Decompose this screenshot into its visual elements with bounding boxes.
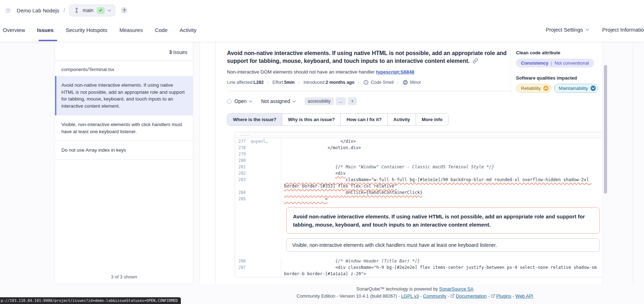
code-text: <div className="h-9 bg-[#2e2e2e] flex it… [281, 264, 603, 277]
meta-separator [267, 82, 268, 83]
permalink-icon[interactable] [473, 58, 478, 66]
scm-author [246, 164, 281, 170]
status-dropdown[interactable]: Open [227, 98, 252, 104]
issue-highlighted-code: onClick={handleContainerClick} [284, 190, 422, 195]
code-comment: {/* Window Header (Title Bar) */} [284, 259, 420, 264]
footer-line2: Community Edition - Version 10.4.1 (buil… [199, 293, 631, 299]
sonarsource-link[interactable]: SonarSource SA [439, 286, 473, 292]
scm-author [246, 258, 281, 264]
quality-pill-maintainability[interactable]: Maintainability [554, 84, 598, 93]
detail-tab-why-is-this-an-issue[interactable]: Why is this an issue? [282, 114, 340, 125]
severity-low-down-icon [590, 85, 596, 91]
issue-list-item[interactable]: Avoid non-native interactive elements. I… [55, 76, 193, 115]
chevron-down-icon [108, 8, 111, 11]
code-line: 283 className="w-full h-full bg-[#1e1e1e… [235, 177, 603, 189]
line-number[interactable]: 284 [235, 189, 246, 196]
branch-name: main [83, 7, 93, 13]
inline-secondary-message: Visible, non-interactive elements with c… [286, 238, 600, 252]
footer-link-web-api[interactable]: Web API [515, 293, 533, 299]
issue-list-item[interactable]: Visible, non-interactive elements with c… [55, 115, 193, 141]
line-affected-value: L282 [254, 80, 264, 85]
code-line: 287 <div className="h-9 bg-[#2e2e2e] fle… [235, 264, 603, 277]
scm-author [246, 157, 281, 164]
issues-shown-label: 3 of 3 shown [55, 274, 193, 279]
line-number[interactable]: 285 [235, 196, 246, 202]
meta-separator [358, 82, 359, 83]
open-status-icon [227, 99, 232, 104]
issue-highlighted-code: > [284, 196, 328, 201]
line-number[interactable]: 278 [235, 145, 246, 151]
scm-author [246, 170, 281, 177]
footer-link-documentation[interactable]: Documentation [450, 293, 487, 299]
scm-author [246, 189, 281, 196]
nav-tab-measures[interactable]: Measures [120, 27, 143, 33]
vertical-scrollbar[interactable] [604, 65, 607, 194]
issue-type: Code Smell [371, 80, 394, 85]
nav-tab-issues[interactable]: Issues [37, 27, 54, 33]
tag-chip-accessibility[interactable]: accessibility [305, 97, 334, 105]
git-branch-icon [74, 7, 79, 13]
code-text: className="w-full h-full bg-[#1e1e1e]/90… [281, 177, 603, 189]
footer-link-community[interactable]: Community [423, 293, 446, 299]
nav-tab-code[interactable]: Code [155, 27, 168, 33]
scm-author [246, 151, 281, 157]
nav-tab-project-settings[interactable]: Project Settings [546, 27, 589, 33]
code-text: <div [281, 170, 603, 177]
footer-separator: - [397, 293, 401, 299]
line-number[interactable]: 282 [235, 170, 246, 177]
severity-minor-icon [402, 80, 408, 85]
clean-code-attributes-panel: Clean code attribute Consistency | Not c… [516, 50, 603, 93]
line-number[interactable]: 280 [235, 157, 246, 164]
issue-severity: Minor [410, 80, 421, 85]
line-number[interactable]: 283 [235, 177, 246, 189]
code-line: 286 {/* Window Header (Title Bar) */} [235, 258, 603, 264]
tag-chip-[interactable]: ... [336, 97, 346, 105]
nav-tab-activity[interactable]: Activity [179, 27, 196, 33]
detail-tab-where-is-the-issue[interactable]: Where is the issue? [227, 114, 282, 125]
line-number[interactable]: 281 [235, 164, 246, 170]
branch-selector[interactable]: main ✓ [69, 5, 115, 16]
software-qualities-label: Software qualities impacted [516, 75, 603, 81]
code-line: 284 onClick={handleContainerClick} [235, 189, 603, 196]
detail-tab-how-can-i-fix-it[interactable]: How can I fix it? [340, 114, 387, 125]
favorite-star-icon[interactable]: ☆ [5, 6, 11, 15]
footer-link-plugins[interactable]: Plugins [491, 293, 511, 299]
detail-tab-more-info[interactable]: More info [416, 114, 448, 125]
quality-gate-passed-badge: ✓ [97, 7, 105, 14]
footer-link-lgpl-v3[interactable]: LGPL v3 [401, 293, 419, 299]
nav-tab-security-hotspots[interactable]: Security Hotspots [66, 27, 107, 33]
line-number[interactable]: 277 [235, 138, 246, 145]
meta-separator [299, 82, 300, 83]
code-text: {/* Window Header (Title Bar) */} [281, 258, 603, 264]
rule-key-link[interactable]: typescript:S6848 [376, 69, 414, 75]
scm-author [246, 264, 281, 277]
code-text [281, 151, 603, 157]
footer-line1: SonarQube™ technology is powered by Sona… [199, 286, 631, 292]
code-viewer: ..... 277quyenl… </div>278 </motion.div>… [235, 132, 603, 277]
quality-name: Reliability [521, 86, 541, 91]
scm-author [246, 177, 281, 189]
quality-name: Maintainability [559, 86, 588, 91]
breadcrumb: ☆ Demo Lab Nodejs / main ✓ ? [0, 0, 644, 21]
issue-list-item[interactable]: Do not use Array index in keys [55, 141, 193, 160]
footer-edition: Community Edition - Version 10.4.1 (buil… [296, 293, 397, 299]
breadcrumb-project[interactable]: Demo Lab Nodejs [17, 7, 59, 13]
nav-tab-overview[interactable]: Overview [3, 27, 25, 33]
code-line: 281 {/* Main "Window" Container - Classi… [235, 164, 603, 170]
line-number[interactable]: 287 [235, 264, 246, 277]
line-number[interactable]: 286 [235, 258, 246, 264]
nav-tab-project-information[interactable]: Project Information [602, 27, 644, 33]
detail-tab-activity[interactable]: Activity [387, 114, 416, 125]
line-number[interactable]: 279 [235, 151, 246, 157]
code-text: </motion.div> [281, 145, 603, 151]
issue-title: Avoid non-native interactive elements. I… [227, 49, 507, 65]
tag-chip-[interactable]: + [348, 97, 357, 105]
panel-gap-strip [200, 42, 216, 284]
assignee-dropdown[interactable]: Not assigned [261, 98, 295, 104]
issue-status-row: Open Not assigned accessibility...+ [227, 97, 603, 105]
expand-lines-row[interactable]: ..... [235, 132, 603, 138]
quality-pill-reliability[interactable]: Reliability [516, 84, 551, 93]
top-header: ☆ Demo Lab Nodejs / main ✓ ? OverviewIss… [0, 0, 644, 42]
branch-help-icon[interactable]: ? [121, 7, 127, 13]
clean-code-attribute-pill[interactable]: Consistency | Not conventional [516, 59, 594, 67]
